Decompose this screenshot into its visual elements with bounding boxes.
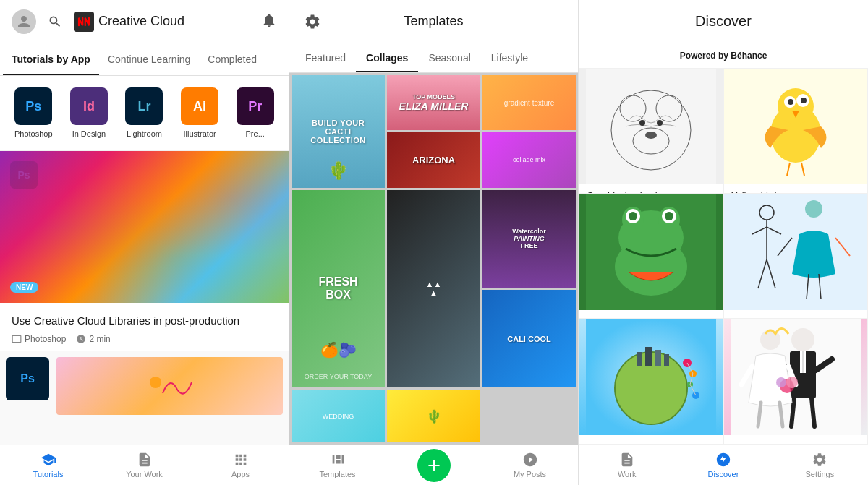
mid-header: Templates: [289, 0, 578, 43]
left-bottom-nav: Tutorials Your Work Apps: [0, 445, 289, 485]
lr-icon: Lr: [125, 87, 163, 125]
template-cell-8[interactable]: FRESHBOX 🍊🫐 ORDER YOUR TODAY: [292, 190, 385, 388]
svg-point-28: [665, 212, 673, 220]
tutorial-time-meta: 2 min: [76, 334, 110, 344]
discover-img-2: [579, 194, 723, 310]
svg-rect-29: [731, 194, 861, 310]
template-cell-7[interactable]: WatercolorPAINTINGFREE: [482, 190, 576, 288]
svg-point-8: [639, 120, 645, 126]
pr-icon: Pr: [237, 87, 274, 125]
add-button-container: [386, 449, 482, 482]
template-cell-3[interactable]: gradient texture: [482, 75, 576, 130]
left-tabs: Tutorials by App Continue Learning Compl…: [0, 43, 289, 76]
avatar[interactable]: [12, 9, 36, 34]
app-title: Creative Cloud: [98, 14, 184, 29]
templates-title: Templates: [404, 14, 463, 29]
svg-point-17: [801, 98, 807, 103]
ai-label: Illustrator: [183, 129, 216, 139]
template-cell-2[interactable]: TOP MODELSELIZA MILLER: [387, 75, 480, 130]
svg-point-10: [645, 132, 657, 139]
app-icons-row: Ps Photoshop Id In Design Lr Lightroom A…: [0, 76, 289, 151]
nav-your-work[interactable]: Your Work: [96, 445, 192, 485]
tutorial-card[interactable]: Ps NEW Use Creative Cloud Libraries in p…: [0, 151, 289, 351]
discover-item-4[interactable]: —: [579, 319, 723, 445]
template-cell-9[interactable]: ▲▲▲: [387, 190, 480, 388]
tab-seasonal[interactable]: Seasonal: [418, 43, 480, 72]
tutorial-title: Use Creative Cloud Libraries in post-pro…: [12, 313, 277, 328]
nav-work[interactable]: Work: [579, 445, 675, 485]
mid-bottom-nav: Templates My Posts: [289, 445, 578, 485]
search-icon[interactable]: [45, 12, 65, 32]
id-icon: Id: [70, 87, 108, 125]
nav-apps[interactable]: Apps: [192, 445, 289, 485]
tutorial-card-2[interactable]: Ps: [0, 351, 289, 445]
svg-point-54: [791, 328, 814, 351]
nav-tutorials-label: Tutorials: [33, 470, 64, 478]
left-panel: Creative Cloud Tutorials by App Continue…: [0, 0, 289, 485]
discover-item-2[interactable]: Kermit the Frog - Digital Illust... Jeff…: [579, 194, 723, 319]
apps-icon: [233, 452, 249, 468]
template-cell-5[interactable]: ARIZONA: [387, 132, 480, 187]
gear-icon[interactable]: [301, 10, 324, 33]
svg-point-27: [629, 212, 637, 220]
app-item-premiere[interactable]: Pr Pre...: [230, 87, 280, 139]
nav-work-label: Work: [618, 470, 636, 478]
new-badge: NEW: [10, 282, 38, 293]
tab-collages[interactable]: Collages: [356, 43, 418, 72]
tutorials-icon: [41, 452, 56, 468]
tutorial-app-name: Photoshop: [25, 334, 66, 344]
pr-label: Pre...: [246, 129, 265, 139]
tab-lifestyle[interactable]: Lifestyle: [481, 43, 538, 72]
ai-icon: Ai: [181, 87, 218, 125]
tutorial-info: Use Creative Cloud Libraries in post-pro…: [0, 303, 289, 351]
right-header: Discover: [579, 0, 868, 43]
discover-item-0[interactable]: Graphical animals Katalin Macevics 55: [579, 68, 723, 194]
tutorial-meta: Photoshop 2 min: [12, 334, 277, 344]
ps-icon: Ps: [14, 87, 52, 125]
svg-rect-45: [664, 354, 669, 366]
mid-panel: Templates Featured Collages Seasonal Lif…: [289, 0, 579, 485]
template-cell-11[interactable]: WEDDING: [292, 390, 385, 442]
nav-settings[interactable]: Settings: [772, 445, 868, 485]
cc-logo: Creative Cloud: [74, 12, 184, 32]
nav-templates[interactable]: Templates: [289, 452, 386, 478]
left-header: Creative Cloud: [0, 0, 289, 43]
nav-discover[interactable]: Discover: [675, 445, 771, 485]
app-item-illustrator[interactable]: Ai Illustrator: [175, 87, 225, 139]
template-cell-6[interactable]: collage mix: [482, 132, 576, 187]
app-item-photoshop[interactable]: Ps Photoshop: [9, 87, 59, 139]
tab-completed[interactable]: Completed: [199, 43, 265, 75]
discover-img-3: [724, 194, 867, 310]
svg-rect-44: [655, 350, 661, 366]
powered-by: Powered by Béhance: [579, 43, 868, 68]
tutorial-image: Ps NEW: [0, 151, 289, 303]
discover-title-5: —: [731, 441, 860, 445]
tab-featured[interactable]: Featured: [295, 43, 356, 72]
svg-point-2: [150, 377, 161, 388]
discover-img-1: [724, 69, 867, 184]
discover-item-3[interactable]: ADOBE SKETCH / FASHION I... Moon H 200: [723, 194, 868, 319]
nav-my-posts[interactable]: My Posts: [482, 452, 578, 478]
bell-icon[interactable]: [261, 12, 277, 31]
lr-label: Lightroom: [127, 129, 162, 139]
tutorial-app-meta: Photoshop: [12, 334, 66, 344]
tab-continue-learning[interactable]: Continue Learning: [99, 43, 199, 75]
app-item-indesign[interactable]: Id In Design: [64, 87, 114, 139]
tab-tutorials-by-app[interactable]: Tutorials by App: [3, 43, 99, 75]
svg-point-16: [788, 99, 793, 105]
tutorial-2-icon: Ps: [6, 357, 49, 400]
discover-item-5[interactable]: —: [723, 319, 868, 445]
add-button[interactable]: [417, 449, 451, 482]
svg-rect-42: [637, 352, 642, 366]
discover-item-1[interactable]: Yellow bird Valentina Arambasic 47: [723, 68, 868, 194]
svg-point-13: [778, 88, 814, 124]
svg-point-68: [786, 377, 798, 388]
nav-tutorials[interactable]: Tutorials: [0, 445, 96, 485]
template-cell-10[interactable]: CALI COOL: [482, 290, 576, 387]
template-cell-1[interactable]: BUILD YOURCACTICOLLECTION 🌵: [292, 75, 385, 188]
ps-label: Photoshop: [14, 129, 53, 139]
nav-settings-label: Settings: [805, 470, 834, 478]
app-item-lightroom[interactable]: Lr Lightroom: [119, 87, 169, 139]
right-panel: Discover Powered by Béhance: [579, 0, 868, 485]
template-cell-12[interactable]: 🌵: [387, 390, 480, 442]
